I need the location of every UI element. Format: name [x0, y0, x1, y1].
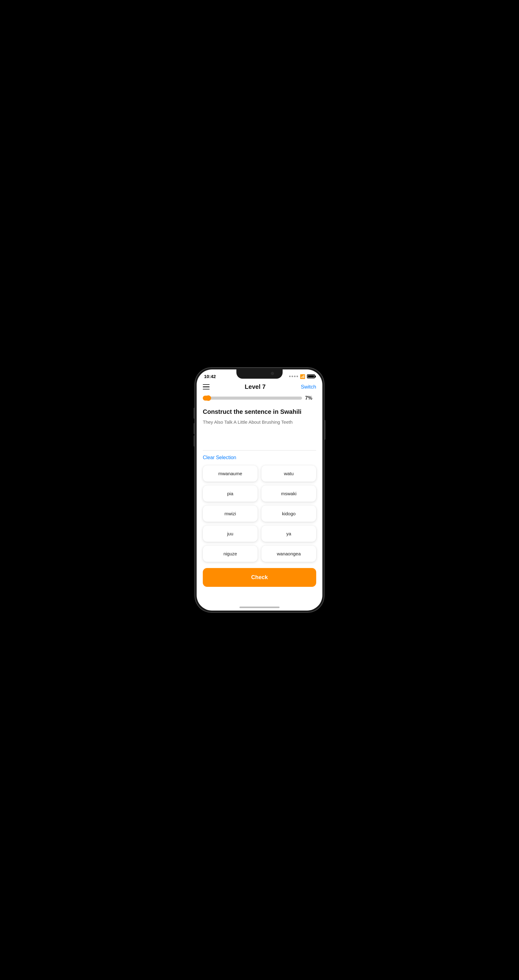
clear-selection-button[interactable]: Clear Selection — [203, 455, 236, 460]
phone-frame: 10:42 📶 — [195, 368, 324, 612]
phone-screen: 10:42 📶 — [197, 369, 322, 611]
menu-line — [203, 387, 210, 387]
word-button-juu[interactable]: juu — [203, 525, 258, 542]
word-button-kidogo[interactable]: kidogo — [261, 506, 316, 522]
word-grid: mwanaume watu pia mswaki mwizi kidogo ju… — [203, 465, 316, 562]
menu-button[interactable] — [203, 384, 210, 390]
menu-line — [203, 389, 210, 390]
progress-dot — [206, 395, 211, 401]
word-button-pia[interactable]: pia — [203, 485, 258, 502]
battery-icon — [307, 374, 315, 379]
notch — [236, 369, 283, 379]
word-button-mwanaume[interactable]: mwanaume — [203, 465, 258, 482]
word-button-ya[interactable]: ya — [261, 525, 316, 542]
page-title: Level 7 — [245, 383, 266, 390]
wifi-icon: 📶 — [300, 374, 305, 379]
status-icons: 📶 — [289, 374, 315, 379]
home-indicator — [240, 606, 279, 608]
progress-container: 7% — [203, 395, 316, 401]
switch-button[interactable]: Switch — [301, 384, 316, 390]
status-time: 10:42 — [204, 374, 216, 379]
word-button-watu[interactable]: watu — [261, 465, 316, 482]
word-button-niguze[interactable]: niguze — [203, 546, 258, 562]
instruction-title: Construct the sentence in Swahili — [203, 408, 316, 416]
progress-percent: 7% — [305, 395, 316, 401]
app-content: Level 7 Switch 7% Construct the sentence… — [197, 380, 322, 608]
answer-area — [203, 432, 316, 450]
camera — [271, 372, 274, 375]
progress-track — [203, 396, 302, 400]
check-button[interactable]: Check — [203, 568, 316, 587]
header: Level 7 Switch — [203, 380, 316, 395]
progress-fill — [203, 396, 210, 401]
instruction-source: They Also Talk A Little About Brushing T… — [203, 419, 316, 426]
menu-line — [203, 384, 210, 385]
word-button-mwizi[interactable]: mwizi — [203, 506, 258, 522]
signal-icon — [289, 375, 298, 377]
word-button-mswaki[interactable]: mswaki — [261, 485, 316, 502]
word-button-wanaongea[interactable]: wanaongea — [261, 546, 316, 562]
